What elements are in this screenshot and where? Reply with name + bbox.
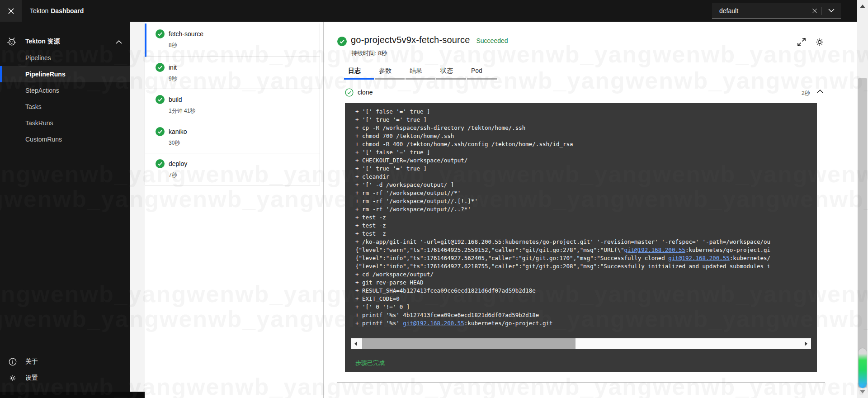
task-item-header: fetch-source	[156, 29, 320, 38]
chevron-down-icon	[828, 9, 835, 13]
log-line: {"level":"info","ts":1761464927.562405,"…	[355, 254, 817, 262]
scroll-right-button[interactable]	[801, 338, 811, 349]
scroll-down-arrow-icon[interactable]	[860, 390, 865, 393]
tab-状态[interactable]: 状态	[436, 63, 466, 80]
success-check-icon	[156, 159, 165, 168]
sidebar-item-stepactions[interactable]: StepActions	[0, 82, 130, 99]
success-check-icon	[156, 95, 165, 104]
sidebar-section-label: Tekton 资源	[25, 38, 116, 46]
horizontal-scrollbar-thumb[interactable]	[362, 338, 576, 349]
task-duration: 30秒	[169, 139, 320, 147]
gear-icon	[9, 374, 17, 382]
scroll-left-button[interactable]	[351, 338, 361, 349]
log-line: + test -z	[355, 213, 817, 222]
sidebar-item-pipelines[interactable]: Pipelines	[0, 50, 130, 66]
sidebar-footer-label: 设置	[25, 374, 38, 382]
log-line: + RESULT_SHA=4b127413fcea09ce6ecd1821d6d…	[355, 287, 817, 295]
maximize-button[interactable]	[796, 37, 807, 47]
log-line: {"level":"warn","ts":1761464925.2559152,…	[355, 246, 817, 254]
content-gutter	[130, 22, 145, 398]
success-check-icon	[156, 127, 165, 136]
collapse-chevron-up-icon[interactable]	[817, 89, 823, 93]
task-item-init[interactable]: init9秒	[145, 57, 320, 89]
task-duration: 7秒	[169, 171, 320, 179]
tab-日志[interactable]: 日志	[344, 63, 374, 80]
step-duration: 2秒	[802, 90, 810, 97]
sidebar: Tekton 资源 PipelinesPipelineRunsStepActio…	[0, 22, 130, 398]
sidebar-item-taskruns[interactable]: TaskRuns	[0, 115, 130, 131]
log-text: + '[' false '=' true ]	[355, 108, 430, 115]
task-item-build[interactable]: build1分钟 41秒	[145, 89, 320, 121]
scroll-indicator-gradient	[859, 348, 867, 388]
page-scrollbar[interactable]	[857, 0, 868, 398]
log-text: + CHECKOUT_DIR=/workspace/output/	[355, 157, 467, 164]
log-text: + rm -rf '/workspace/output//..?*'	[355, 206, 471, 213]
namespace-dropdown-button[interactable]	[822, 3, 841, 19]
log-line: {"level":"info","ts":1761464927.6218755,…	[355, 262, 817, 270]
detail-tabs: 日志参数结果状态Pod	[344, 63, 498, 80]
task-duration: 1分钟 41秒	[169, 107, 320, 115]
taskrun-title: go-projectv5v9x-fetch-source	[351, 35, 470, 45]
sidebar-item-label: StepActions	[25, 87, 59, 94]
app-title: Tekton Dashboard	[30, 0, 84, 22]
log-line: + '[' false '=' true ]	[355, 148, 817, 156]
log-line: + rm -rf '/workspace/output//*'	[355, 189, 817, 197]
log-line: + test -z	[355, 222, 817, 230]
log-line: + /ko-app/git-init '-url=git@192.168.200…	[355, 238, 817, 246]
triangle-left-icon	[354, 341, 357, 346]
app-header: Tekton Dashboard default	[0, 0, 857, 22]
sidebar-item-customruns[interactable]: CustomRuns	[0, 131, 130, 147]
log-settings-button[interactable]	[814, 37, 825, 47]
tab-结果[interactable]: 结果	[406, 63, 435, 80]
task-item-header: init	[156, 63, 320, 72]
log-output: + '[' false '=' true ]+ '[' true '=' tru…	[345, 108, 817, 327]
sidebar-item-label: TaskRuns	[25, 119, 53, 127]
log-horizontal-scrollbar[interactable]	[351, 338, 811, 349]
sidebar-footer-item-settings[interactable]: 设置	[0, 370, 130, 386]
triangle-right-icon	[805, 341, 807, 346]
sidebar-section-tekton-resources[interactable]: Tekton 资源	[0, 33, 130, 50]
sidebar-item-pipelineruns[interactable]: PipelineRuns	[0, 66, 130, 82]
bottom-strip	[0, 392, 145, 398]
log-text: {"level":"info","ts":1761464927.6218755,…	[355, 263, 770, 270]
close-menu-button[interactable]	[0, 0, 22, 22]
log-text: + '[' false '=' true ]	[355, 149, 430, 156]
log-text: :kubernetes/go-project.git	[464, 320, 553, 327]
sidebar-item-tasks[interactable]: Tasks	[0, 99, 130, 115]
page-scrollbar-thumb[interactable]	[858, 78, 867, 388]
namespace-selector[interactable]: default	[712, 3, 841, 19]
tab-Pod[interactable]: Pod	[467, 63, 497, 80]
task-item-fetch-source[interactable]: fetch-source8秒	[145, 24, 320, 57]
log-line: + cleandir	[355, 173, 817, 181]
log-line: + test -z	[355, 230, 817, 238]
log-text: + cp -R /workspace/ssh-directory /tekton…	[355, 124, 525, 131]
task-item-header: kaniko	[156, 127, 320, 136]
task-name: kaniko	[169, 128, 187, 135]
status-badge: Succeeded	[476, 37, 508, 44]
step-completed-label: 步骤已完成	[355, 359, 385, 367]
log-url-link[interactable]: git@192.168.200.55	[624, 246, 685, 253]
succeeded-check-icon	[337, 37, 347, 46]
task-list-panel: fetch-source8秒init9秒build1分钟 41秒kaniko30…	[145, 22, 324, 398]
scroll-up-arrow-icon[interactable]	[860, 5, 865, 8]
task-item-kaniko[interactable]: kaniko30秒	[145, 121, 320, 153]
log-text: + /ko-app/git-init '-url=git@192.168.200…	[355, 238, 770, 245]
namespace-clear-button[interactable]	[808, 3, 821, 19]
tab-参数[interactable]: 参数	[375, 63, 405, 80]
log-url-link[interactable]: git@192.168.200.55	[668, 255, 729, 261]
sidebar-item-label: Pipelines	[25, 54, 51, 62]
log-text: + '[' -d /workspace/output/ ]	[355, 181, 454, 188]
log-text: + RESULT_SHA=4b127413fcea09ce6ecd1821d6d…	[355, 287, 536, 294]
sidebar-footer-item-about[interactable]: 关于	[0, 354, 130, 370]
log-text: + test -z	[355, 222, 386, 229]
log-line: + printf '%s' 4b127413fcea09ce6ecd1821d6…	[355, 311, 817, 319]
step-header-clone[interactable]: clone 2秒	[344, 84, 826, 101]
log-text: + test -z	[355, 230, 386, 237]
sidebar-item-label: PipelineRuns	[25, 71, 66, 78]
log-line: + chmod -R 400 /tekton/home/.ssh/config …	[355, 140, 817, 148]
log-text: :kubernetes/go-project.gi	[685, 246, 770, 253]
log-url-link[interactable]: git@192.168.200.55	[403, 320, 464, 327]
task-item-deploy[interactable]: deploy7秒	[145, 153, 320, 185]
app-title-regular: Tekton	[30, 7, 48, 14]
step-success-icon	[345, 88, 354, 97]
